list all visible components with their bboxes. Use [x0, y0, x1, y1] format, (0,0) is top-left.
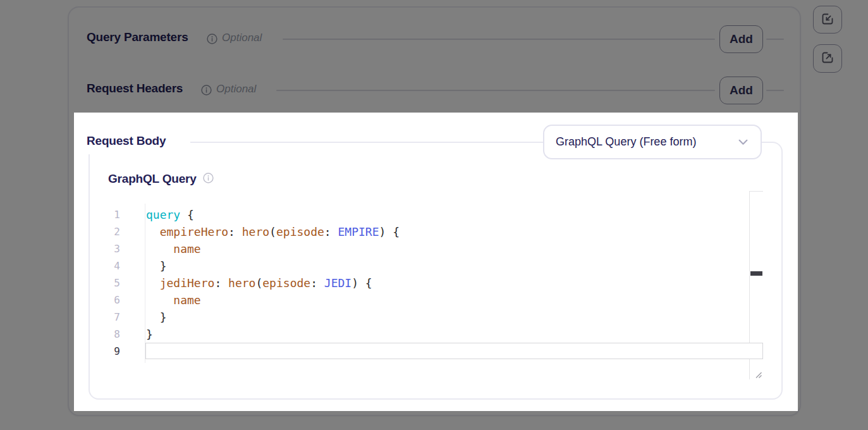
info-icon[interactable]	[201, 85, 212, 98]
external-link-icon	[820, 50, 835, 67]
graphql-query-editor[interactable]: 1query {2 empireHero: hero(episode: EMPI…	[104, 191, 763, 379]
code-line[interactable]: 7 }	[104, 309, 749, 326]
resize-handle-icon[interactable]	[754, 370, 762, 381]
code-line[interactable]: 3 name	[104, 240, 749, 257]
code-text: query {	[146, 206, 194, 223]
divider	[283, 39, 715, 40]
request-body-title: Request Body	[87, 133, 166, 149]
code-line[interactable]: 4 }	[104, 257, 749, 274]
request-body-heading-wrap: Request Body	[79, 128, 190, 154]
divider	[276, 90, 715, 91]
line-number: 1	[104, 206, 145, 223]
info-icon[interactable]	[207, 34, 217, 47]
add-request-header-button[interactable]: Add	[719, 77, 763, 104]
request-headers-title: Request Headers	[87, 81, 183, 96]
line-number: 4	[104, 257, 145, 274]
code-text: empireHero: hero(episode: EMPIRE) {	[146, 223, 400, 240]
open-external-button[interactable]	[813, 44, 842, 73]
graphql-query-label: GraphQL Query	[108, 171, 197, 187]
body-type-selected-value: GraphQL Query (Free form)	[556, 135, 738, 149]
chevron-down-icon	[738, 137, 748, 148]
query-parameters-optional-label: Optional	[222, 31, 262, 45]
scrollbar-thumb[interactable]	[750, 271, 762, 276]
info-icon[interactable]	[203, 173, 214, 186]
arrow-in-square-icon	[820, 11, 835, 28]
line-number: 2	[104, 223, 145, 240]
active-line-cursor-box[interactable]	[145, 343, 763, 359]
line-number: 6	[104, 292, 145, 309]
code-lines: 1query {2 empireHero: hero(episode: EMPI…	[104, 206, 749, 360]
line-number: 8	[104, 326, 145, 343]
divider	[766, 39, 784, 40]
line-number: 5	[104, 274, 145, 292]
edit-in-editor-button[interactable]	[813, 6, 842, 34]
code-line[interactable]: 2 empireHero: hero(episode: EMPIRE) {	[104, 223, 749, 240]
code-text: }	[146, 309, 167, 326]
code-text: name	[146, 292, 201, 309]
code-text: jediHero: hero(episode: JEDI) {	[146, 274, 372, 292]
code-line[interactable]: 8}	[104, 326, 749, 343]
request-headers-optional-label: Optional	[216, 82, 256, 96]
query-parameters-title: Query Parameters	[87, 30, 188, 45]
code-text: name	[146, 240, 201, 257]
line-number: 3	[104, 240, 145, 257]
code-line[interactable]: 1query {	[104, 206, 749, 223]
line-number: 9	[104, 343, 145, 360]
code-text: }	[146, 326, 153, 343]
code-line[interactable]: 5 jediHero: hero(episode: JEDI) {	[104, 274, 749, 292]
graphql-query-label-row: GraphQL Query	[108, 171, 214, 187]
line-number: 7	[104, 309, 145, 326]
divider	[766, 90, 784, 91]
code-line[interactable]: 6 name	[104, 292, 749, 309]
page: Query Parameters Optional Add Request He…	[0, 0, 868, 430]
body-type-select[interactable]: GraphQL Query (Free form)	[543, 125, 762, 159]
code-text: }	[146, 257, 167, 274]
add-query-parameter-button[interactable]: Add	[719, 25, 763, 53]
